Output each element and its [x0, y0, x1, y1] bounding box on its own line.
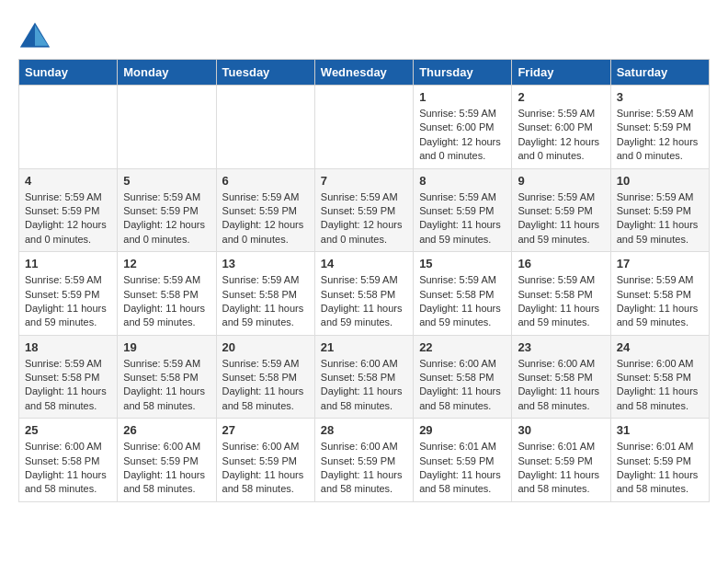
day-number: 30 [518, 423, 604, 437]
day-info: Sunrise: 6:00 AM Sunset: 5:59 PM Dayligh… [222, 440, 309, 497]
header-day: Sunday [19, 60, 118, 86]
day-cell: 3Sunrise: 5:59 AM Sunset: 5:59 PM Daylig… [610, 86, 709, 169]
day-number: 28 [321, 423, 407, 437]
calendar-table: SundayMondayTuesdayWednesdayThursdayFrid… [18, 59, 710, 502]
day-info: Sunrise: 5:59 AM Sunset: 5:59 PM Dayligh… [222, 190, 309, 247]
day-cell: 27Sunrise: 6:00 AM Sunset: 5:59 PM Dayli… [216, 419, 314, 502]
day-number: 11 [25, 257, 111, 270]
day-cell: 12Sunrise: 5:59 AM Sunset: 5:58 PM Dayli… [118, 252, 216, 336]
day-info: Sunrise: 5:59 AM Sunset: 5:59 PM Dayligh… [518, 190, 604, 247]
day-info: Sunrise: 5:59 AM Sunset: 5:58 PM Dayligh… [123, 357, 210, 414]
day-number: 4 [25, 174, 111, 188]
day-number: 20 [222, 340, 309, 354]
day-cell: 23Sunrise: 6:00 AM Sunset: 5:58 PM Dayli… [512, 335, 610, 419]
day-cell [118, 86, 216, 169]
day-info: Sunrise: 6:01 AM Sunset: 5:59 PM Dayligh… [617, 440, 703, 497]
day-info: Sunrise: 6:00 AM Sunset: 5:58 PM Dayligh… [617, 357, 703, 414]
day-number: 16 [518, 257, 604, 270]
day-cell: 18Sunrise: 5:59 AM Sunset: 5:58 PM Dayli… [19, 335, 118, 419]
day-cell: 13Sunrise: 5:59 AM Sunset: 5:58 PM Dayli… [216, 252, 314, 336]
day-number: 10 [617, 174, 703, 188]
day-info: Sunrise: 6:00 AM Sunset: 5:58 PM Dayligh… [321, 357, 407, 414]
day-number: 24 [617, 340, 703, 354]
day-info: Sunrise: 6:00 AM Sunset: 5:58 PM Dayligh… [518, 357, 604, 414]
day-cell: 24Sunrise: 6:00 AM Sunset: 5:58 PM Dayli… [610, 335, 709, 419]
week-row: 11Sunrise: 5:59 AM Sunset: 5:59 PM Dayli… [19, 252, 710, 336]
day-cell: 16Sunrise: 5:59 AM Sunset: 5:58 PM Dayli… [512, 252, 610, 336]
day-cell: 30Sunrise: 6:01 AM Sunset: 5:59 PM Dayli… [512, 419, 610, 502]
day-info: Sunrise: 6:00 AM Sunset: 5:59 PM Dayligh… [321, 440, 407, 497]
day-info: Sunrise: 5:59 AM Sunset: 5:59 PM Dayligh… [25, 190, 111, 247]
day-cell: 7Sunrise: 5:59 AM Sunset: 5:59 PM Daylig… [314, 168, 413, 252]
day-info: Sunrise: 5:59 AM Sunset: 5:58 PM Dayligh… [321, 273, 407, 330]
day-number: 6 [222, 174, 309, 188]
day-info: Sunrise: 6:00 AM Sunset: 5:59 PM Dayligh… [123, 440, 210, 497]
day-number: 18 [25, 340, 111, 354]
day-number: 9 [518, 174, 604, 188]
day-number: 5 [123, 174, 210, 188]
day-cell: 26Sunrise: 6:00 AM Sunset: 5:59 PM Dayli… [118, 419, 216, 502]
day-number: 15 [419, 257, 506, 270]
day-cell: 11Sunrise: 5:59 AM Sunset: 5:59 PM Dayli… [19, 252, 118, 336]
day-info: Sunrise: 5:59 AM Sunset: 5:59 PM Dayligh… [419, 190, 506, 247]
day-info: Sunrise: 5:59 AM Sunset: 6:00 PM Dayligh… [419, 107, 506, 164]
week-row: 4Sunrise: 5:59 AM Sunset: 5:59 PM Daylig… [19, 168, 710, 252]
day-info: Sunrise: 6:00 AM Sunset: 5:58 PM Dayligh… [419, 357, 506, 414]
day-number: 12 [123, 257, 210, 270]
day-info: Sunrise: 5:59 AM Sunset: 5:58 PM Dayligh… [222, 357, 309, 414]
day-info: Sunrise: 5:59 AM Sunset: 5:58 PM Dayligh… [123, 273, 210, 330]
day-info: Sunrise: 5:59 AM Sunset: 5:58 PM Dayligh… [419, 273, 506, 330]
header-day: Thursday [414, 60, 512, 86]
header-day: Saturday [610, 60, 709, 86]
day-info: Sunrise: 5:59 AM Sunset: 5:58 PM Dayligh… [617, 273, 703, 330]
day-number: 25 [25, 423, 111, 437]
day-cell [19, 86, 118, 169]
day-info: Sunrise: 5:59 AM Sunset: 5:58 PM Dayligh… [25, 357, 111, 414]
day-info: Sunrise: 6:01 AM Sunset: 5:59 PM Dayligh… [419, 440, 506, 497]
day-info: Sunrise: 5:59 AM Sunset: 5:59 PM Dayligh… [25, 273, 111, 330]
day-number: 2 [518, 90, 604, 104]
day-number: 19 [123, 340, 210, 354]
day-info: Sunrise: 5:59 AM Sunset: 5:58 PM Dayligh… [222, 273, 309, 330]
day-cell: 8Sunrise: 5:59 AM Sunset: 5:59 PM Daylig… [414, 168, 512, 252]
day-cell: 9Sunrise: 5:59 AM Sunset: 5:59 PM Daylig… [512, 168, 610, 252]
day-number: 7 [321, 174, 407, 188]
logo-icon [18, 18, 51, 52]
header-day: Friday [512, 60, 610, 86]
header-day: Tuesday [216, 60, 314, 86]
day-cell: 2Sunrise: 5:59 AM Sunset: 6:00 PM Daylig… [512, 86, 610, 169]
day-info: Sunrise: 6:00 AM Sunset: 5:58 PM Dayligh… [25, 440, 111, 497]
day-number: 14 [321, 257, 407, 270]
logo [18, 18, 55, 52]
day-info: Sunrise: 6:01 AM Sunset: 5:59 PM Dayligh… [518, 440, 604, 497]
header-row: SundayMondayTuesdayWednesdayThursdayFrid… [19, 60, 710, 86]
day-number: 29 [419, 423, 506, 437]
header [18, 18, 710, 52]
day-number: 23 [518, 340, 604, 354]
day-cell: 21Sunrise: 6:00 AM Sunset: 5:58 PM Dayli… [314, 335, 413, 419]
day-cell: 15Sunrise: 5:59 AM Sunset: 5:58 PM Dayli… [414, 252, 512, 336]
day-info: Sunrise: 5:59 AM Sunset: 5:58 PM Dayligh… [518, 273, 604, 330]
day-number: 17 [617, 257, 703, 270]
day-cell: 6Sunrise: 5:59 AM Sunset: 5:59 PM Daylig… [216, 168, 314, 252]
day-cell: 17Sunrise: 5:59 AM Sunset: 5:58 PM Dayli… [610, 252, 709, 336]
day-number: 1 [419, 90, 506, 104]
day-cell: 14Sunrise: 5:59 AM Sunset: 5:58 PM Dayli… [314, 252, 413, 336]
day-cell: 25Sunrise: 6:00 AM Sunset: 5:58 PM Dayli… [19, 419, 118, 502]
day-cell [216, 86, 314, 169]
day-cell: 20Sunrise: 5:59 AM Sunset: 5:58 PM Dayli… [216, 335, 314, 419]
header-day: Monday [118, 60, 216, 86]
day-info: Sunrise: 5:59 AM Sunset: 5:59 PM Dayligh… [617, 107, 703, 164]
day-number: 27 [222, 423, 309, 437]
day-number: 21 [321, 340, 407, 354]
day-number: 8 [419, 174, 506, 188]
day-info: Sunrise: 5:59 AM Sunset: 6:00 PM Dayligh… [518, 107, 604, 164]
day-number: 3 [617, 90, 703, 104]
day-number: 26 [123, 423, 210, 437]
day-number: 31 [617, 423, 703, 437]
day-info: Sunrise: 5:59 AM Sunset: 5:59 PM Dayligh… [617, 190, 703, 247]
day-number: 13 [222, 257, 309, 270]
day-info: Sunrise: 5:59 AM Sunset: 5:59 PM Dayligh… [321, 190, 407, 247]
day-cell: 4Sunrise: 5:59 AM Sunset: 5:59 PM Daylig… [19, 168, 118, 252]
day-cell: 19Sunrise: 5:59 AM Sunset: 5:58 PM Dayli… [118, 335, 216, 419]
